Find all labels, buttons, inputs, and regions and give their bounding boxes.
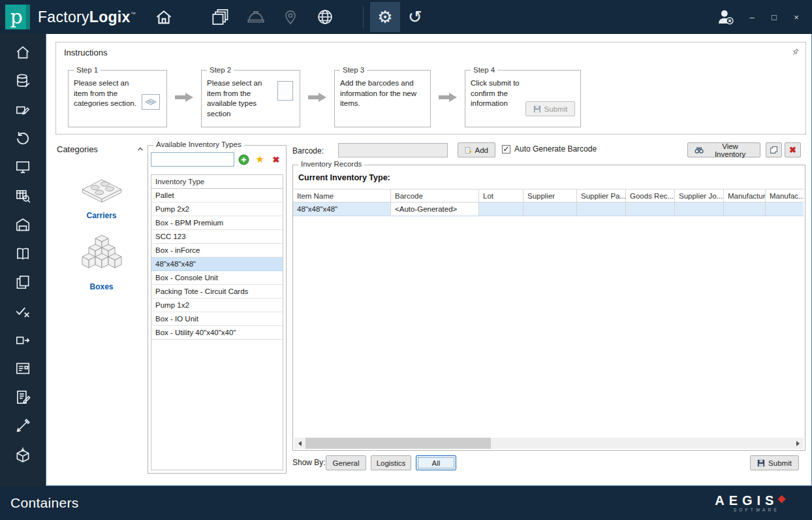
- available-types-panel: Available Inventory Types ★ ✖ Inventory …: [148, 145, 287, 474]
- user-account-icon[interactable]: [715, 8, 735, 26]
- delete-type-button[interactable]: ✖: [269, 152, 283, 167]
- barcode-label: Barcode:: [292, 146, 324, 155]
- type-row[interactable]: SCC 123: [151, 230, 283, 244]
- delete-button[interactable]: ✖: [785, 142, 801, 157]
- show-by-logistics-button[interactable]: Logistics: [371, 455, 411, 470]
- minimize-icon[interactable]: –: [747, 12, 757, 22]
- category-item-carriers[interactable]: Carriers: [55, 172, 148, 220]
- close-icon[interactable]: ×: [791, 12, 802, 22]
- type-row-selected[interactable]: 48"x48"x48": [151, 257, 283, 271]
- column-header[interactable]: Supplier Jo...: [675, 189, 724, 203]
- cell: [675, 203, 724, 216]
- hardhat-icon[interactable]: [247, 8, 265, 26]
- sidebar-database-icon[interactable]: [8, 72, 38, 90]
- sidebar-design-icon[interactable]: [8, 417, 38, 435]
- sidebar-notes-icon[interactable]: [8, 388, 38, 406]
- sidebar-verify-icon[interactable]: [8, 302, 38, 320]
- history-tab[interactable]: ↺: [400, 2, 430, 32]
- inventory-records-title: Inventory Records: [298, 160, 364, 168]
- column-header[interactable]: Item Name: [293, 189, 391, 203]
- column-header[interactable]: Goods Rec...: [626, 189, 675, 203]
- records-table: Item Name Barcode Lot Supplier Supplier …: [293, 189, 805, 216]
- sidebar-history-icon[interactable]: [8, 129, 38, 148]
- sidebar-copy-icon[interactable]: [8, 273, 38, 291]
- show-by-buttons: General Logistics All: [326, 455, 456, 470]
- window-controls: – □ ×: [715, 8, 812, 26]
- horizontal-scrollbar[interactable]: [294, 438, 804, 449]
- copy-button[interactable]: [766, 142, 782, 157]
- globe-icon[interactable]: [316, 8, 334, 26]
- step-1-text: Please select an item from the categorie…: [74, 78, 144, 109]
- maximize-icon[interactable]: □: [769, 12, 779, 22]
- step-3-label: Step 3: [340, 65, 367, 76]
- pin-icon[interactable]: [788, 46, 801, 60]
- add-type-button[interactable]: [236, 152, 251, 167]
- aegis-wordmark: AEGIS: [715, 494, 778, 507]
- main-content: Instructions Step 1 Please select an ite…: [46, 34, 812, 486]
- category-label: Carriers: [86, 211, 116, 220]
- layers-icon[interactable]: [211, 8, 230, 26]
- barcode-input[interactable]: [338, 143, 448, 157]
- instructions-panel: Instructions Step 1 Please select an ite…: [55, 42, 806, 135]
- cell: [479, 203, 523, 216]
- trademark: ™: [131, 11, 136, 17]
- instructions-title: Instructions: [64, 48, 107, 57]
- auto-generate-checkbox[interactable]: ✓: [502, 145, 510, 154]
- cell: [724, 203, 766, 216]
- scroll-right-button[interactable]: [792, 438, 804, 449]
- add-button[interactable]: Add: [458, 142, 495, 157]
- sidebar-grid-search-icon[interactable]: [8, 187, 38, 205]
- inventory-records-panel: Inventory Records Current Inventory Type…: [292, 165, 805, 451]
- type-row[interactable]: Box - Utility 40"x40"x40": [151, 326, 283, 340]
- submit-button[interactable]: Submit: [750, 455, 799, 470]
- types-column-header[interactable]: Inventory Type: [151, 175, 283, 189]
- instruction-steps: Step 1 Please select an item from the ca…: [68, 70, 581, 127]
- column-header[interactable]: Barcode: [391, 189, 479, 203]
- type-row[interactable]: Box - IO Unit: [151, 312, 283, 326]
- column-header[interactable]: Supplier: [523, 189, 577, 203]
- types-filter-input[interactable]: [151, 152, 234, 167]
- type-row[interactable]: Box - Console Unit: [151, 271, 283, 285]
- home-nav-icon[interactable]: [154, 8, 174, 26]
- type-row[interactable]: Pump 1x2: [151, 299, 283, 312]
- table-row[interactable]: 48"x48"x48" <Auto-Generated>: [293, 203, 805, 216]
- type-row[interactable]: Packing Tote - Circuit Cards: [151, 285, 283, 299]
- type-row[interactable]: Box - inForce: [151, 244, 283, 257]
- sidebar-container-edit-icon[interactable]: [8, 101, 38, 119]
- column-header[interactable]: Manufac...: [766, 189, 804, 203]
- sidebar-transfer-icon[interactable]: [8, 331, 38, 349]
- type-row[interactable]: Pump 2x2: [151, 203, 283, 216]
- type-row[interactable]: Box - BPM Premium: [151, 216, 283, 230]
- view-inventory-button[interactable]: View Inventory: [687, 142, 760, 157]
- wizard-star-button[interactable]: ★: [253, 152, 267, 167]
- sidebar-book-icon[interactable]: [8, 244, 38, 263]
- sidebar-receive-box-icon[interactable]: [8, 446, 38, 464]
- aegis-logo: AEGIS◆ SOFTWARE: [715, 494, 790, 512]
- sidebar-form-icon[interactable]: [8, 359, 38, 378]
- sidebar-warehouse-icon[interactable]: [8, 216, 38, 234]
- arrow-right-icon: [439, 92, 457, 105]
- cell: [626, 203, 675, 216]
- column-header[interactable]: Lot: [479, 189, 523, 203]
- categories-header: Categories: [55, 140, 148, 158]
- step-3-text: Add the barcodes and information for the…: [340, 78, 418, 109]
- sidebar-monitor-icon[interactable]: [8, 158, 38, 176]
- show-by-general-button[interactable]: General: [326, 455, 366, 470]
- top-bar: p FactoryLogix™ ⚙ ↺ – □ ×: [0, 0, 812, 34]
- column-header[interactable]: Manufacturer: [724, 189, 766, 203]
- category-item-boxes[interactable]: Boxes: [55, 235, 148, 291]
- settings-gear-tab[interactable]: ⚙: [370, 2, 400, 32]
- column-header[interactable]: Supplier Pa...: [577, 189, 626, 203]
- categories-title: Categories: [57, 144, 98, 154]
- show-by-all-button[interactable]: All: [416, 455, 456, 470]
- collapse-chevron-icon[interactable]: [137, 144, 144, 154]
- location-pin-icon[interactable]: [282, 8, 299, 26]
- step-2-box: Step 2 Please select an item from the av…: [201, 70, 300, 127]
- sidebar-home-icon[interactable]: [8, 43, 38, 61]
- type-row[interactable]: Pallet: [151, 189, 283, 203]
- arrow-right-icon: [175, 92, 193, 105]
- step-submit-button[interactable]: Submit: [525, 101, 575, 116]
- scroll-left-button[interactable]: [294, 438, 305, 449]
- app-logo: p: [5, 5, 30, 29]
- scrollbar-thumb[interactable]: [305, 438, 491, 449]
